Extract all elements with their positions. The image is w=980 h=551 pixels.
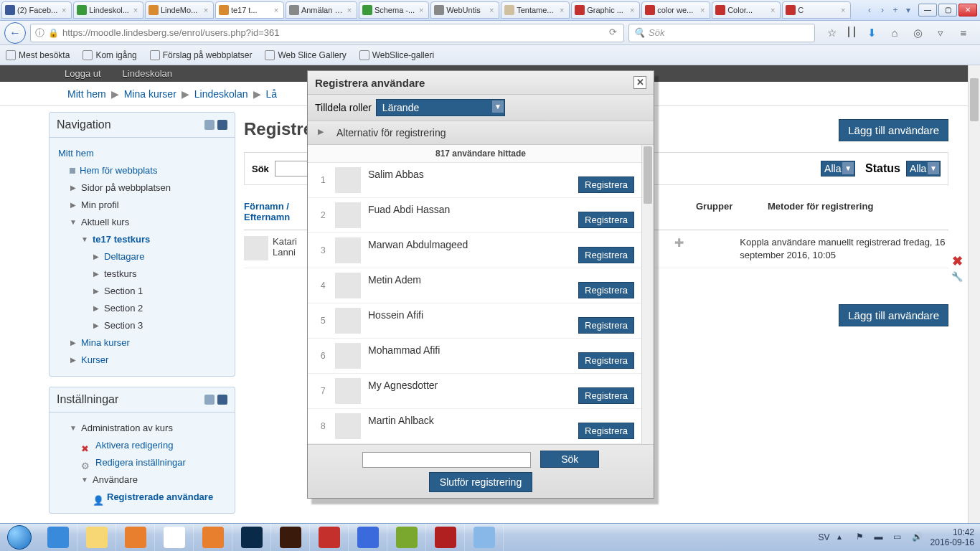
clock[interactable]: 10:42 2016-09-16 — [930, 527, 974, 547]
bc-home[interactable]: Mitt hem — [67, 88, 106, 100]
network-icon[interactable]: ▬ — [875, 532, 886, 543]
bookmark-item[interactable]: Web Slice Gallery — [265, 50, 346, 60]
tab-close-icon[interactable]: × — [839, 6, 847, 14]
browser-tab[interactable]: Color...× — [712, 1, 781, 19]
browser-tab[interactable]: te17 t...× — [215, 1, 284, 19]
browser-tab[interactable]: WebUntis× — [430, 1, 499, 19]
register-button[interactable]: Registrera — [578, 212, 634, 228]
users-node[interactable]: ▼Användare — [58, 471, 226, 489]
nav-course[interactable]: ▼te17 testkurs — [58, 231, 226, 248]
nav-my-courses[interactable]: ▶Mina kurser — [58, 334, 226, 352]
taskbar-app[interactable] — [77, 524, 116, 551]
nav-profile[interactable]: ▶Min profil — [58, 197, 226, 214]
nav-current-course[interactable]: ▼Aktuell kurs — [58, 214, 226, 231]
bookmark-item[interactable]: WebSlice-galleri — [359, 50, 434, 60]
bookmark-item[interactable]: Förslag på webbplatser — [150, 50, 253, 60]
search-bar[interactable]: 🔍 Sök — [628, 24, 815, 42]
minimize-button[interactable]: — — [918, 4, 937, 17]
pocket-icon[interactable]: ▿ — [934, 27, 947, 39]
taskbar-app[interactable] — [426, 524, 465, 551]
tab-close-icon[interactable]: × — [345, 6, 354, 14]
back-button[interactable]: ← — [4, 22, 26, 44]
new-tab-button[interactable]: + — [890, 4, 901, 16]
tab-close-icon[interactable]: × — [557, 6, 566, 14]
reload-button[interactable]: ⟳ — [606, 27, 619, 39]
add-user-button-bottom[interactable]: Lägg till användare — [839, 304, 948, 326]
tab-scroll-left[interactable]: ‹ — [864, 4, 875, 16]
role-select[interactable]: Lärande — [376, 99, 505, 116]
taskbar-app[interactable] — [194, 524, 232, 551]
finish-enrolment-button[interactable]: Slutför registrering — [429, 472, 532, 492]
scrollbar-thumb[interactable] — [970, 78, 979, 121]
tab-menu[interactable]: ▾ — [903, 4, 914, 16]
nav-participants[interactable]: ▶Deltagare — [58, 248, 226, 265]
home-icon[interactable]: ⌂ — [888, 27, 901, 39]
col-methods[interactable]: Metoder för registrering — [768, 201, 873, 222]
minus-icon[interactable] — [204, 120, 215, 130]
nav-home[interactable]: Mitt hem — [58, 145, 226, 162]
lang-indicator[interactable]: SV — [819, 532, 830, 542]
col-groups[interactable]: Grupper — [696, 201, 768, 222]
nav-site-home[interactable]: Hem för webbplats — [58, 162, 226, 179]
nav-testkurs[interactable]: ▶testkurs — [58, 265, 226, 283]
close-window-button[interactable]: ✕ — [958, 4, 977, 17]
tab-close-icon[interactable]: × — [487, 6, 496, 14]
dialog-close-button[interactable]: ✕ — [633, 76, 646, 89]
bc-last[interactable]: Lå — [266, 88, 278, 100]
tab-close-icon[interactable]: × — [60, 6, 68, 14]
tab-close-icon[interactable]: × — [417, 6, 425, 14]
add-group-icon[interactable]: ✚ — [674, 237, 684, 249]
dialog-search-input[interactable] — [362, 452, 531, 468]
register-button[interactable]: Registrera — [578, 352, 634, 369]
nav-courses[interactable]: ▶Kurser — [58, 352, 226, 369]
library-icon[interactable] — [848, 27, 855, 37]
taskbar-app[interactable] — [349, 524, 387, 551]
bookmark-item[interactable]: Mest besökta — [6, 50, 70, 60]
browser-tab[interactable]: Graphic ...× — [571, 1, 640, 19]
enrolment-options-toggle[interactable]: Alternativ för registrering — [308, 121, 654, 145]
browser-tab[interactable]: Schema -...× — [359, 1, 429, 19]
browser-tab[interactable]: C× — [782, 1, 851, 19]
minus-icon[interactable] — [204, 395, 215, 405]
sync-icon[interactable]: ◎ — [911, 27, 924, 39]
edit-settings[interactable]: ⚙Redigera inställningar — [58, 454, 226, 471]
logout-link[interactable]: Logga ut — [65, 68, 101, 79]
bookmark-item[interactable]: Kom igång — [83, 50, 136, 60]
delete-icon[interactable]: ✖ — [952, 255, 963, 268]
taskbar-app[interactable] — [155, 524, 194, 551]
site-link[interactable]: Lindeskolan — [123, 68, 172, 79]
turn-editing-on[interactable]: ✖Aktivera redigering — [58, 437, 226, 454]
role-filter-select[interactable]: Alla — [821, 161, 855, 176]
browser-tab[interactable]: color we...× — [641, 1, 710, 19]
tab-close-icon[interactable]: × — [768, 6, 777, 14]
battery-icon[interactable]: ▭ — [893, 532, 905, 543]
register-button[interactable]: Registrera — [578, 387, 634, 404]
browser-tab[interactable]: Tentame...× — [501, 1, 570, 19]
nav-section3[interactable]: ▶Section 3 — [58, 317, 226, 334]
enrolled-users[interactable]: 👤Registrerade användare — [58, 489, 226, 506]
taskbar-app[interactable] — [310, 524, 349, 551]
register-button[interactable]: Registrera — [578, 423, 634, 439]
list-scroll-thumb[interactable] — [644, 146, 652, 204]
register-button[interactable]: Registrera — [578, 247, 634, 263]
nav-site-pages[interactable]: ▶Sidor på webbplatsen — [58, 179, 226, 197]
menu-icon[interactable]: ≡ — [957, 27, 970, 39]
nav-section2[interactable]: ▶Section 2 — [58, 300, 226, 317]
tray-up-icon[interactable]: ▴ — [837, 532, 849, 543]
browser-tab[interactable]: Anmälan - Sit...× — [286, 1, 357, 19]
tab-close-icon[interactable]: × — [202, 6, 210, 14]
download-icon[interactable]: ⬇ — [865, 27, 878, 39]
tab-close-icon[interactable]: × — [628, 6, 636, 14]
register-button[interactable]: Registrera — [578, 176, 634, 193]
start-button[interactable] — [0, 524, 39, 552]
admin-course[interactable]: ▼Administration av kurs — [58, 420, 226, 437]
dialog-search-button[interactable]: Sök — [540, 451, 599, 468]
register-button[interactable]: Registrera — [578, 317, 634, 334]
bc-courses[interactable]: Mina kurser — [124, 88, 176, 100]
taskbar-app[interactable] — [232, 524, 271, 551]
bookmark-star-icon[interactable]: ☆ — [825, 27, 838, 39]
tab-scroll-right[interactable]: › — [877, 4, 888, 16]
browser-tab[interactable]: LindeMo...× — [145, 1, 214, 19]
taskbar-app[interactable] — [387, 524, 426, 551]
nav-section1[interactable]: ▶Section 1 — [58, 283, 226, 300]
